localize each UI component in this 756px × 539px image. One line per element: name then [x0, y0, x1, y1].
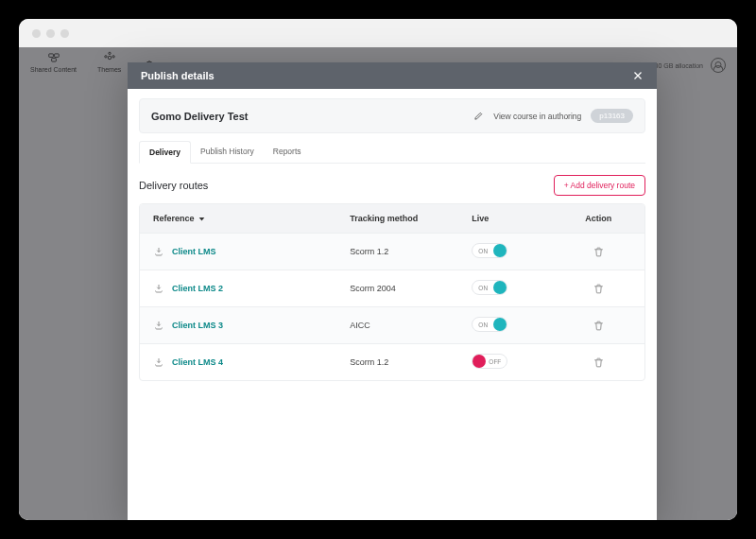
- download-icon: [153, 320, 164, 331]
- table-row: Client LMS 3AICCON: [140, 306, 644, 343]
- live-toggle[interactable]: ON: [472, 243, 507, 258]
- toggle-label: ON: [478, 322, 488, 328]
- table-row: Client LMS 2Scorm 2004ON: [140, 270, 644, 306]
- pencil-icon: [473, 111, 484, 121]
- modal-title: Publish details: [141, 70, 215, 81]
- delete-button[interactable]: [593, 356, 605, 369]
- modal-tabs: Delivery Publish History Reports: [139, 141, 645, 164]
- publish-details-modal: Publish details Gomo Delivery Test View …: [128, 62, 657, 520]
- close-icon: [632, 70, 644, 81]
- reference-link[interactable]: Client LMS 3: [172, 321, 223, 330]
- trash-icon: [593, 283, 605, 295]
- view-in-authoring-link[interactable]: View course in authoring: [493, 112, 581, 121]
- download-icon: [153, 246, 164, 257]
- tab-publish-history[interactable]: Publish History: [191, 141, 264, 163]
- col-tracking[interactable]: Tracking method: [350, 214, 472, 223]
- course-actions: View course in authoring p13163: [473, 109, 633, 123]
- toggle-knob: [493, 244, 507, 257]
- table-row: Client LMS 4Scorm 1.2OFF: [140, 343, 644, 380]
- tab-delivery[interactable]: Delivery: [139, 141, 191, 164]
- tracking-method: AICC: [350, 321, 472, 330]
- window-dot: [60, 29, 69, 38]
- delivery-routes-heading: Delivery routes: [139, 180, 208, 191]
- reference-cell: Client LMS: [153, 246, 350, 257]
- window-dot: [32, 29, 41, 38]
- live-toggle[interactable]: ON: [472, 280, 507, 295]
- toggle-label: OFF: [489, 358, 501, 365]
- toggle-label: ON: [478, 285, 488, 291]
- live-cell: ON: [472, 317, 565, 334]
- reference-cell: Client LMS 4: [153, 356, 350, 368]
- col-reference[interactable]: Reference: [153, 214, 350, 223]
- table-header: Reference Tracking method Live Action: [140, 204, 644, 233]
- sort-desc-icon: [198, 216, 205, 222]
- action-cell: [566, 283, 631, 295]
- close-button[interactable]: [632, 70, 644, 81]
- reference-link[interactable]: Client LMS: [172, 247, 216, 256]
- window-dot: [46, 29, 55, 38]
- trash-icon: [593, 246, 605, 258]
- live-toggle[interactable]: OFF: [472, 354, 507, 369]
- delete-button[interactable]: [593, 246, 605, 258]
- action-cell: [566, 246, 631, 258]
- delete-button[interactable]: [593, 320, 605, 332]
- tracking-method: Scorm 2004: [350, 284, 472, 293]
- toggle-knob: [472, 355, 486, 368]
- window-chrome: [19, 19, 737, 47]
- col-live[interactable]: Live: [472, 214, 565, 223]
- live-cell: OFF: [472, 354, 565, 371]
- reference-link[interactable]: Client LMS 2: [172, 284, 223, 293]
- trash-icon: [593, 320, 605, 332]
- delivery-routes-table: Reference Tracking method Live Action Cl…: [139, 203, 645, 381]
- course-title: Gomo Delivery Test: [151, 111, 249, 122]
- tracking-method: Scorm 1.2: [350, 357, 472, 367]
- modal-header: Publish details: [128, 62, 657, 89]
- toggle-label: ON: [478, 248, 488, 254]
- action-cell: [566, 320, 631, 332]
- live-toggle[interactable]: ON: [472, 317, 507, 332]
- delivery-subheader: Delivery routes + Add delivery route: [139, 175, 645, 196]
- course-code-pill: p13163: [591, 109, 633, 123]
- browser-frame: Shared Content Themes GB of your 100.00 …: [19, 19, 737, 520]
- tracking-method: Scorm 1.2: [350, 247, 472, 256]
- add-delivery-route-button[interactable]: + Add delivery route: [554, 175, 645, 196]
- download-icon: [153, 283, 164, 294]
- live-cell: ON: [472, 280, 565, 297]
- delete-button[interactable]: [593, 283, 605, 295]
- live-cell: ON: [472, 243, 565, 260]
- trash-icon: [593, 356, 605, 369]
- download-icon: [153, 356, 164, 368]
- toggle-knob: [493, 281, 507, 294]
- toggle-knob: [493, 318, 507, 331]
- action-cell: [566, 356, 631, 369]
- table-row: Client LMSScorm 1.2ON: [140, 233, 644, 270]
- col-action: Action: [566, 214, 631, 223]
- reference-cell: Client LMS 2: [153, 283, 350, 294]
- col-label: Reference: [153, 214, 195, 223]
- tab-reports[interactable]: Reports: [264, 141, 311, 163]
- edit-course-button[interactable]: [473, 111, 484, 121]
- reference-link[interactable]: Client LMS 4: [172, 357, 223, 367]
- course-bar: Gomo Delivery Test View course in author…: [139, 98, 645, 133]
- reference-cell: Client LMS 3: [153, 320, 350, 331]
